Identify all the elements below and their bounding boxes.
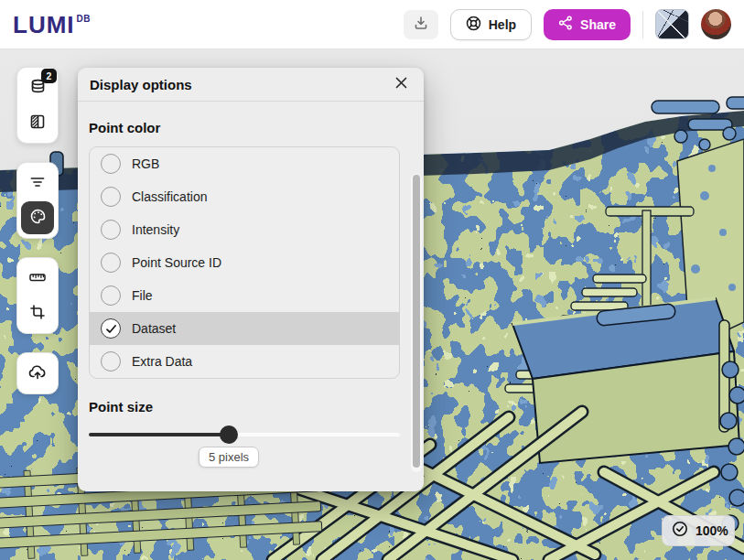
share-label: Share [580, 17, 616, 32]
close-panel-button[interactable] [390, 73, 412, 95]
filter-icon [29, 174, 46, 193]
point-size-slider-fill [89, 433, 229, 436]
help-icon [466, 16, 481, 34]
option-dataset[interactable]: Dataset [90, 312, 399, 345]
left-toolbar: 2 [16, 67, 59, 394]
radio-icon [101, 351, 121, 372]
radio-icon [101, 154, 121, 174]
upload-button[interactable] [21, 357, 54, 390]
display-options-button[interactable] [21, 201, 54, 234]
point-size-slider-thumb[interactable] [220, 425, 238, 444]
point-size-heading: Point size [89, 399, 400, 415]
option-rgb[interactable]: RGB [90, 147, 399, 180]
option-classification[interactable]: Classification [90, 180, 399, 213]
ruler-icon [28, 268, 47, 289]
help-button[interactable]: Help [450, 9, 532, 40]
palette-icon [29, 208, 47, 228]
app-logo[interactable]: LUMI DB [13, 13, 91, 37]
toolbar-group-data: 2 [16, 67, 59, 144]
close-icon [394, 76, 408, 92]
radio-icon [101, 187, 121, 207]
logo-text: LUMI [13, 13, 75, 37]
point-size-value-tooltip: 5 pixels [199, 447, 259, 468]
crop-button[interactable] [21, 296, 54, 329]
share-icon [558, 16, 573, 33]
option-point-source-id[interactable]: Point Source ID [90, 246, 399, 279]
datasets-count-badge: 2 [41, 69, 57, 83]
datasets-button[interactable]: 2 [21, 71, 54, 104]
radio-icon [101, 253, 121, 273]
display-options-header: Display options [78, 68, 424, 102]
display-options-body: Point color RGB Classification Intensity… [78, 102, 424, 471]
top-bar-actions: Help Share [404, 9, 731, 40]
share-button[interactable]: Share [544, 9, 631, 40]
panel-scrollbar-thumb[interactable] [413, 175, 420, 468]
radio-icon [101, 220, 121, 240]
measure-button[interactable] [21, 262, 54, 295]
radio-checked-icon [101, 318, 121, 339]
top-bar: LUMI DB Help [0, 0, 744, 49]
radio-icon [101, 285, 121, 306]
crop-icon [29, 304, 46, 323]
download-icon [414, 16, 428, 33]
zoom-level-value: 100% [695, 523, 728, 538]
toolbar-group-upload [16, 352, 59, 394]
panel-title: Display options [90, 77, 192, 92]
slider-tooltip-row: 5 pixels [89, 444, 400, 471]
toolbar-group-tools [16, 257, 59, 334]
display-options-panel: Display options Point color RGB Classifi… [78, 68, 424, 491]
download-button[interactable] [404, 10, 438, 39]
point-size-slider[interactable] [89, 425, 400, 444]
zoom-level-badge[interactable]: 100% [662, 515, 735, 546]
option-extra-data[interactable]: Extra Data [90, 345, 399, 378]
option-file[interactable]: File [90, 279, 399, 312]
user-avatar[interactable] [701, 9, 731, 39]
compare-panels-button[interactable] [21, 106, 54, 139]
toolbar-group-display [16, 162, 59, 239]
panel-scrollbar [411, 174, 422, 472]
option-intensity[interactable]: Intensity [90, 213, 399, 246]
cloud-upload-icon [28, 363, 47, 384]
point-color-options: RGB Classification Intensity Point Sourc… [89, 146, 400, 379]
point-size-section: Point size 5 pixels [89, 399, 400, 471]
point-color-heading: Point color [89, 120, 400, 135]
filter-button[interactable] [21, 167, 54, 199]
help-label: Help [489, 17, 516, 32]
map-thumbnail[interactable] [655, 9, 689, 39]
circle-check-icon [672, 521, 688, 541]
split-view-icon [29, 113, 46, 133]
top-bar-divider [642, 11, 643, 38]
logo-superscript: DB [77, 14, 91, 24]
